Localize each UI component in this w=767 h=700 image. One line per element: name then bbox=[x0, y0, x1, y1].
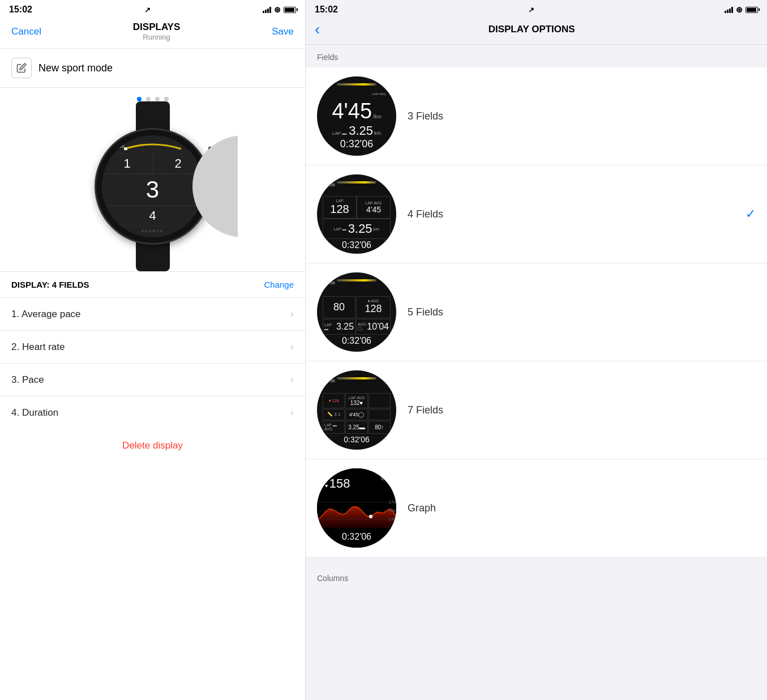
thumb-dist-val: 3.25 bbox=[348, 221, 372, 236]
thumb-hr-num: 128 bbox=[330, 203, 349, 216]
thumb-7f-c3 bbox=[368, 393, 391, 408]
option-graph[interactable]: ♥ 158 bpm bbox=[306, 459, 767, 557]
thumb-time-7f: 19:36 bbox=[324, 378, 335, 383]
left-panel: 15:02 ↗ ⊛ Cancel DISPLAYS Running Save bbox=[0, 0, 306, 700]
carousel-dot-2[interactable] bbox=[146, 97, 151, 101]
thumb-dur-graph: 0:32'06 bbox=[342, 532, 371, 542]
dist-unit-3f: km bbox=[374, 130, 381, 136]
cancel-button[interactable]: Cancel bbox=[11, 26, 41, 37]
svg-point-1 bbox=[369, 515, 372, 518]
pace-num-3f: 4'45 bbox=[332, 99, 372, 123]
thumb-7f-c7: LAP ▬ AVG bbox=[323, 421, 345, 434]
left-status-bar: 15:02 ↗ ⊛ bbox=[0, 0, 305, 17]
thumb-5-fields: 19:36 80 ♥ AVG 128 LAP ▬ 3.25 bbox=[317, 272, 396, 352]
option-5-fields[interactable]: 19:36 80 ♥ AVG 128 LAP ▬ 3.25 bbox=[306, 263, 767, 361]
right-nav-bar: ‹ DISPLAY OPTIONS bbox=[306, 17, 767, 45]
field-item-3[interactable]: 3. Pace › bbox=[0, 364, 305, 396]
thumb-bpm-label: bpm bbox=[380, 476, 388, 480]
carousel-dot-4[interactable] bbox=[164, 97, 169, 101]
sport-mode-row[interactable]: New sport mode bbox=[0, 49, 305, 88]
right-signal-icon bbox=[725, 6, 733, 13]
selected-checkmark: ✓ bbox=[745, 207, 756, 221]
delete-display-button[interactable]: Delete display bbox=[0, 429, 305, 463]
thumb-hr-label: LAP bbox=[336, 199, 343, 203]
lap-icon-3f: LAP ▬ bbox=[332, 131, 346, 136]
thumb-dist-unit: km bbox=[374, 227, 380, 232]
thumb-7-content: 19:36 ♥ 128 LAP AVG 132♥ bbox=[317, 370, 396, 450]
wifi-icon: ⊛ bbox=[274, 5, 281, 14]
right-scroll-content: Fields LAP AVG 4'45 /km bbox=[306, 45, 767, 700]
left-status-icons: ⊛ bbox=[263, 5, 296, 14]
thumb-7f-c4: 📏 3.1 bbox=[323, 409, 345, 420]
fields-section-header: Fields bbox=[306, 45, 767, 67]
option-5-fields-label: 5 Fields bbox=[408, 306, 756, 318]
field-item-1[interactable]: 1. Average pace › bbox=[0, 298, 305, 331]
thumb-5f-n4: 10'04 bbox=[367, 322, 389, 332]
thumb-graph-content: ♥ 158 bpm bbox=[317, 468, 396, 548]
right-battery-icon bbox=[745, 7, 758, 13]
option-3-fields[interactable]: LAP AVG 4'45 /km LAP ▬ 3.25 km bbox=[306, 67, 767, 165]
thumb-hr-4f: LAP 128 bbox=[323, 196, 357, 219]
save-button[interactable]: Save bbox=[272, 26, 294, 37]
watch-brand: SUUNTO bbox=[141, 229, 164, 233]
hr-graph-svg: 170 150 130 bbox=[317, 497, 396, 528]
thumb-5f-n2: 128 bbox=[365, 303, 382, 315]
carousel-dot-1[interactable] bbox=[137, 97, 142, 101]
battery-icon bbox=[284, 7, 296, 13]
thumb-grid-4f: LAP 128 LAP AVG 4'45 LAP ▬ 3.25 km bbox=[323, 196, 391, 239]
pace-unit-3f: /km bbox=[373, 114, 382, 119]
thumb-5f-l3: LAP ▬ bbox=[324, 323, 335, 331]
thumb-7f-n5: 4'45◯ bbox=[349, 412, 365, 417]
chevron-icon-2: › bbox=[290, 341, 294, 353]
display-section-header: DISPLAY: 4 FIELDS Change bbox=[0, 271, 305, 298]
thumb-arc-4f bbox=[337, 181, 376, 183]
thumb-5f-l4: AVG ◯ bbox=[358, 322, 366, 331]
watch-field-3: 3 bbox=[102, 174, 204, 206]
thumb-7f-n2: 132♥ bbox=[350, 400, 363, 406]
option-7-fields[interactable]: 19:36 ♥ 128 LAP AVG 132♥ bbox=[306, 361, 767, 459]
thumb-dist-label: LAP ▬ bbox=[334, 227, 346, 231]
right-location-icon: ↗ bbox=[528, 6, 534, 14]
svg-text:150: 150 bbox=[388, 508, 396, 513]
nav-title-sub: Running bbox=[133, 33, 180, 41]
thumb-7f-l1: ♥ 128 bbox=[329, 399, 339, 403]
watch-display-area: 19:36 1 2 3 4 SUUNTO bbox=[0, 101, 305, 271]
carousel-dot-3[interactable] bbox=[155, 97, 160, 101]
right-page-title: DISPLAY OPTIONS bbox=[327, 24, 736, 35]
option-4-fields-label: 4 Fields bbox=[408, 208, 734, 220]
field-name-2: 2. Heart rate bbox=[11, 342, 65, 353]
field-item-2[interactable]: 2. Heart rate › bbox=[0, 331, 305, 364]
chevron-icon-3: › bbox=[290, 374, 294, 386]
dist-num-3f: 3.25 bbox=[349, 123, 373, 138]
fields-label: Fields bbox=[317, 53, 338, 62]
thumb-arc-5f bbox=[337, 279, 376, 281]
field-item-4[interactable]: 4. Duration › bbox=[0, 396, 305, 429]
watch-time: 19:36 bbox=[112, 143, 125, 149]
thumb-5-content: 19:36 80 ♥ AVG 128 LAP ▬ 3.25 bbox=[317, 272, 396, 352]
left-location-icon: ↗ bbox=[144, 6, 151, 14]
option-7-fields-label: 7 Fields bbox=[408, 404, 756, 416]
thumb-dur-5f: 0:32'06 bbox=[342, 336, 371, 346]
field-name-4: 4. Duration bbox=[11, 407, 58, 419]
columns-section: Columns bbox=[306, 566, 767, 588]
field-list: 1. Average pace › 2. Heart rate › 3. Pac… bbox=[0, 298, 305, 429]
change-button[interactable]: Change bbox=[264, 280, 294, 289]
carousel-dots bbox=[0, 88, 305, 101]
columns-label: Columns bbox=[317, 574, 348, 583]
thumb-5f-c2: ♥ AVG 128 bbox=[356, 296, 391, 318]
thumb-graph: ♥ 158 bpm bbox=[317, 468, 396, 548]
thumb-time-4f: 19:36 bbox=[324, 182, 335, 187]
right-panel: 15:02 ↗ ⊛ ‹ DISPLAY OPTIONS Fields bbox=[306, 0, 767, 700]
thumb-pace-label: LAP AVG bbox=[366, 201, 382, 205]
thumb-7f-l7: LAP ▬ AVG bbox=[324, 423, 343, 431]
thumb-4-fields: 19:36 LAP 128 LAP AVG 4'45 LAP ▬ bbox=[317, 174, 396, 254]
watch-field-4: 4 bbox=[102, 206, 204, 226]
thumb-7f-c2: LAP AVG 132♥ bbox=[345, 393, 367, 408]
field-name-1: 1. Average pace bbox=[11, 309, 81, 320]
options-list: LAP AVG 4'45 /km LAP ▬ 3.25 km bbox=[306, 67, 767, 557]
chevron-icon-1: › bbox=[290, 308, 294, 320]
option-4-fields[interactable]: 19:36 LAP 128 LAP AVG 4'45 LAP ▬ bbox=[306, 165, 767, 263]
left-nav-bar: Cancel DISPLAYS Running Save bbox=[0, 17, 305, 49]
thumb-5f-c1: 80 bbox=[323, 296, 355, 318]
back-button[interactable]: ‹ bbox=[315, 22, 320, 37]
